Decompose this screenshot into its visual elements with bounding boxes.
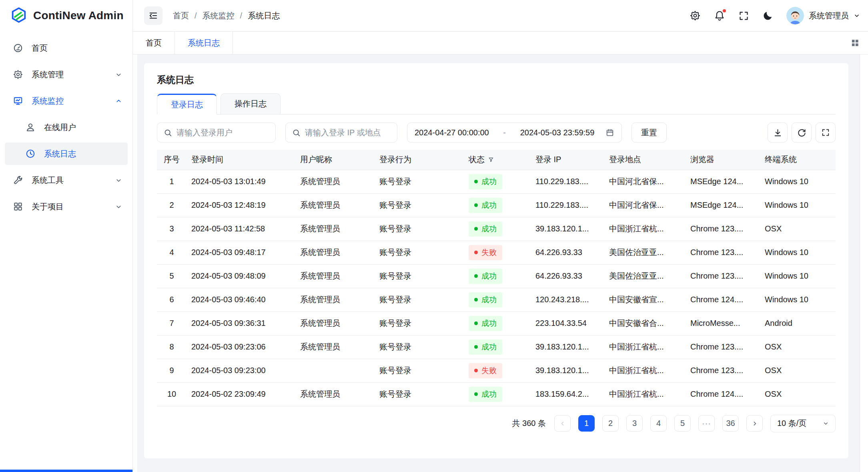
tools-icon [13, 175, 23, 185]
cell-action: 账号登录 [379, 217, 469, 241]
menu-fold-icon [148, 10, 158, 21]
cell-ip: 64.226.93.33 [535, 264, 609, 288]
sidebar-item-system-monitor[interactable]: 系统监控 [5, 90, 128, 112]
sidebar-item-label: 系统监控 [32, 96, 64, 106]
sidebar-item-about-project[interactable]: 关于项目 [5, 195, 128, 218]
pagination-prev-button[interactable] [554, 415, 571, 432]
chevron-down-icon [115, 71, 122, 78]
main-area: 首页 / 系统监控 / 系统日志 [133, 0, 868, 472]
cell-os: Windows 10 [765, 288, 836, 311]
topbar-actions: 系统管理员 [690, 7, 860, 24]
col-header-login-time: 登录时间 [191, 150, 300, 170]
cell-status: 成功 [469, 335, 535, 359]
cell-action: 账号登录 [379, 359, 469, 382]
sidebar-collapse-button[interactable] [144, 6, 162, 25]
cell-login-time: 2024-05-02 23:09:49 [191, 382, 300, 406]
cell-nickname: 系统管理员 [300, 193, 379, 217]
cell-status: 成功 [469, 193, 535, 217]
cell-nickname: 系统管理员 [300, 335, 379, 359]
download-icon[interactable] [768, 123, 788, 143]
status-badge-success: 成功 [469, 269, 502, 284]
page-button-2[interactable]: 2 [602, 415, 619, 432]
settings-icon[interactable] [690, 10, 701, 21]
status-badge-success: 成功 [469, 221, 502, 237]
status-badge-success: 成功 [469, 198, 502, 213]
cell-index: 5 [157, 264, 191, 288]
breadcrumb-home[interactable]: 首页 [173, 10, 189, 21]
cell-os: Android [765, 311, 836, 335]
cell-nickname: 系统管理员 [300, 170, 379, 193]
reset-button[interactable]: 重置 [631, 123, 667, 143]
sidebar-item-home[interactable]: 首页 [5, 37, 128, 59]
date-range-picker[interactable]: 2024-04-27 00:00:00 - 2024-05-03 23:59:5… [407, 123, 622, 143]
login-ip-search[interactable] [285, 123, 397, 143]
dark-mode-moon-icon[interactable] [762, 10, 773, 21]
table-fullscreen-icon[interactable] [816, 123, 836, 143]
login-user-search[interactable] [157, 123, 276, 143]
notification-bell-icon[interactable] [714, 10, 725, 21]
table-header-row: 序号 登录时间 用户昵称 登录行为 状态 [157, 150, 836, 170]
page-tab-label: 首页 [146, 38, 162, 48]
cell-index: 1 [157, 170, 191, 193]
cell-action: 账号登录 [379, 193, 469, 217]
cell-os: Windows 10 [765, 170, 836, 193]
pagination-more-button[interactable]: ··· [698, 415, 715, 432]
sidebar-item-online-users[interactable]: 在线用户 [5, 116, 128, 139]
cell-nickname: 系统管理员 [300, 288, 379, 311]
page-button-5[interactable]: 5 [674, 415, 691, 432]
page-button-4[interactable]: 4 [650, 415, 667, 432]
cell-ip: 223.104.33.54 [535, 311, 609, 335]
cell-ip: 110.229.183.... [535, 193, 609, 217]
cell-os: OSX [765, 382, 836, 406]
refresh-icon[interactable] [792, 123, 812, 143]
page-button-3[interactable]: 3 [626, 415, 643, 432]
col-header-action: 登录行为 [379, 150, 469, 170]
cell-os: OSX [765, 335, 836, 359]
sidebar-item-system-tools[interactable]: 系统工具 [5, 169, 128, 191]
fullscreen-icon[interactable] [738, 10, 749, 21]
notification-badge-dot [722, 8, 727, 13]
content-wrap: 系统日志 登录日志 操作日志 [133, 54, 868, 472]
cell-login-time: 2024-05-03 09:23:00 [191, 359, 300, 382]
cell-browser: Chrome 124.... [690, 382, 765, 406]
cell-os: Windows 10 [765, 241, 836, 264]
page-size-select[interactable]: 10 条/页 [770, 415, 836, 432]
avatar [786, 7, 804, 24]
sidebar-bottom-accent [0, 470, 132, 472]
pagination-next-button[interactable] [746, 415, 763, 432]
breadcrumb-current: 系统日志 [248, 10, 280, 21]
tab-operation-log[interactable]: 操作日志 [221, 93, 281, 114]
date-start: 2024-04-27 00:00:00 [415, 128, 489, 137]
history-clock-icon [25, 149, 36, 159]
cell-location: 美国佐治亚亚... [609, 241, 690, 264]
tab-list-grid-icon[interactable] [850, 38, 860, 48]
user-menu[interactable]: 系统管理员 [786, 7, 860, 24]
cell-login-time: 2024-05-03 12:48:19 [191, 193, 300, 217]
apps-grid-icon [13, 201, 23, 212]
sidebar-item-system-management[interactable]: 系统管理 [5, 63, 128, 86]
page-tab-system-log[interactable]: 系统日志 [175, 32, 233, 54]
page-button-36[interactable]: 36 [722, 415, 739, 432]
scrollbar-gutter[interactable] [860, 54, 868, 472]
cell-login-time: 2024-05-03 13:01:49 [191, 170, 300, 193]
tab-login-log[interactable]: 登录日志 [157, 94, 217, 114]
cell-ip: 64.226.93.33 [535, 241, 609, 264]
cell-nickname: 系统管理员 [300, 241, 379, 264]
cell-login-time: 2024-05-03 09:46:40 [191, 288, 300, 311]
cell-browser: MSEdge 124... [690, 193, 765, 217]
cell-login-time: 2024-05-03 09:23:06 [191, 335, 300, 359]
login-ip-input[interactable] [305, 128, 391, 137]
page-button-1[interactable]: 1 [578, 415, 595, 432]
content: 系统日志 登录日志 操作日志 [137, 54, 860, 472]
sidebar-item-system-log[interactable]: 系统日志 [5, 143, 128, 165]
cell-action: 账号登录 [379, 311, 469, 335]
cell-location: 中国河北省保... [609, 170, 690, 193]
chevron-down-icon [854, 12, 860, 19]
page-tab-home[interactable]: 首页 [133, 32, 175, 54]
login-user-input[interactable] [176, 128, 269, 137]
sidebar-item-label: 在线用户 [44, 122, 76, 133]
status-filter-icon[interactable] [488, 157, 494, 163]
breadcrumb-system-monitor[interactable]: 系统监控 [202, 10, 235, 21]
status-badge-success: 成功 [469, 316, 502, 331]
cell-status: 成功 [469, 264, 535, 288]
